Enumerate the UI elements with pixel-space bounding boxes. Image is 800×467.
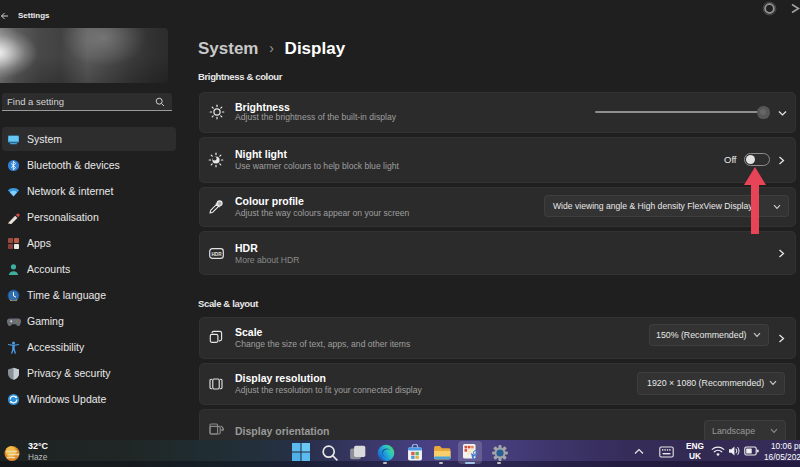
svg-text:HDR: HDR [211,251,222,256]
